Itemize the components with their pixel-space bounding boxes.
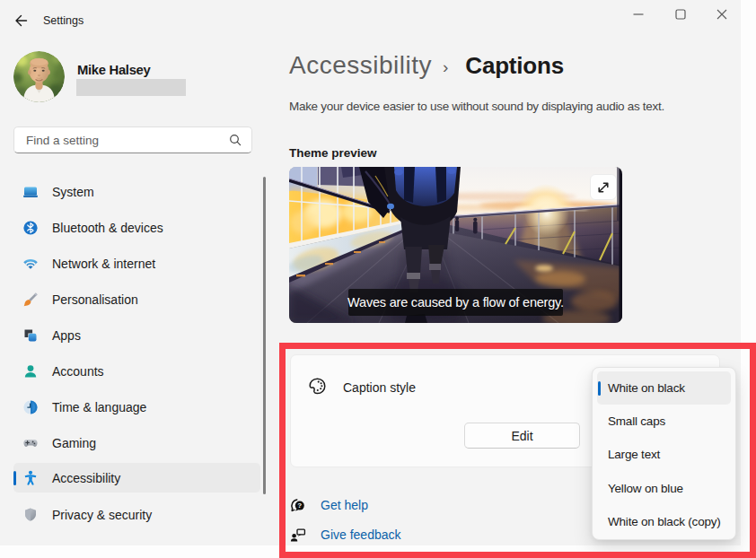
expand-preview-button[interactable] — [590, 174, 617, 200]
minimize-icon — [632, 8, 645, 21]
accounts-icon — [22, 363, 39, 379]
sidebar-item-label: Time & language — [52, 400, 146, 414]
close-button[interactable] — [716, 8, 728, 21]
search-placeholder: Find a setting — [14, 134, 229, 147]
sidebar-item-privacy[interactable]: Privacy & security — [13, 500, 260, 529]
selected-indicator-pill — [13, 471, 16, 485]
sidebar-item-accessibility[interactable]: Accessibility — [13, 463, 260, 493]
close-icon — [716, 8, 728, 21]
apps-icon — [22, 327, 39, 344]
sidebar-item-network[interactable]: Network & internet — [13, 248, 260, 278]
sidebar-item-time-language[interactable]: Time & language — [13, 392, 260, 422]
time-language-icon — [22, 399, 39, 415]
sidebar-item-label: Accessibility — [52, 471, 120, 485]
back-arrow-icon — [13, 13, 29, 29]
theme-preview-image: Waves are caused by a flow of energy. — [289, 167, 622, 323]
sidebar-item-label: Apps — [52, 328, 81, 343]
sidebar-item-gaming[interactable]: Gaming — [13, 428, 260, 458]
user-name: Mike Halsey — [77, 63, 150, 77]
avatar[interactable] — [13, 51, 65, 102]
app-title: Settings — [43, 14, 84, 27]
page-subtitle: Make your device easier to use without s… — [289, 100, 664, 113]
sidebar-scrollbar[interactable] — [263, 177, 266, 494]
sidebar-item-label: System — [52, 185, 94, 199]
system-icon — [22, 184, 39, 200]
expand-icon — [596, 180, 611, 195]
user-email-redacted — [76, 79, 186, 96]
sidebar-item-label: Network & internet — [52, 257, 155, 271]
sidebar-item-label: Privacy & security — [52, 508, 152, 522]
minimize-button[interactable] — [632, 8, 645, 21]
bluetooth-icon — [22, 220, 39, 236]
page-title: Captions — [465, 52, 564, 80]
breadcrumb: Accessibility › Captions — [289, 51, 564, 80]
network-icon — [22, 256, 39, 272]
sidebar-item-bluetooth[interactable]: Bluetooth & devices — [13, 213, 260, 242]
gaming-icon — [22, 435, 39, 451]
sidebar-item-apps[interactable]: Apps — [13, 320, 260, 350]
maximize-icon — [674, 8, 687, 21]
sidebar-item-label: Personalisation — [52, 292, 138, 307]
sidebar-item-label: Bluetooth & devices — [52, 221, 163, 235]
breadcrumb-separator-icon: › — [443, 57, 448, 77]
sidebar-item-system[interactable]: System — [13, 177, 260, 206]
personalisation-icon — [22, 292, 39, 308]
avatar-photo — [13, 51, 65, 102]
breadcrumb-parent[interactable]: Accessibility — [289, 51, 432, 80]
annotation-rectangle — [279, 343, 756, 558]
back-button[interactable] — [13, 13, 29, 29]
privacy-icon — [22, 507, 39, 523]
sidebar-item-label: Gaming — [52, 436, 96, 450]
sidebar-item-label: Accounts — [52, 364, 104, 379]
caption-preview-text: Waves are caused by a flow of energy. — [348, 289, 563, 316]
sidebar-item-accounts[interactable]: Accounts — [13, 356, 260, 386]
search-icon — [229, 134, 242, 146]
theme-preview-heading: Theme preview — [289, 146, 377, 160]
sidebar-item-personalisation[interactable]: Personalisation — [13, 284, 260, 314]
maximize-button[interactable] — [674, 8, 687, 21]
accessibility-icon — [22, 470, 39, 486]
search-input[interactable]: Find a setting — [13, 126, 252, 153]
